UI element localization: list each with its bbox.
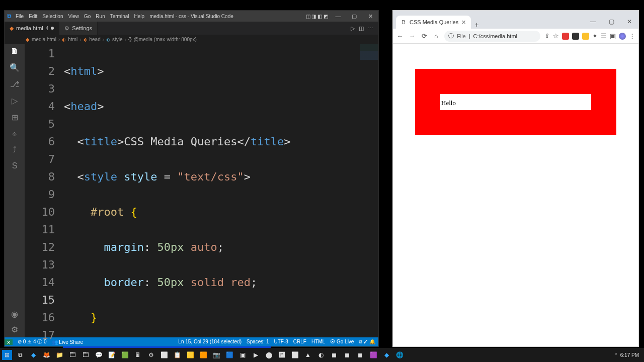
remote-indicator[interactable]: ⨯ xyxy=(5,339,13,345)
taskbar-app-icon[interactable]: ⚙ xyxy=(146,350,156,360)
info-icon[interactable]: ⓘ xyxy=(448,32,454,40)
tray-chevron-icon[interactable]: ˄ xyxy=(615,352,617,358)
split-editor-icon[interactable]: ◫ xyxy=(359,25,364,32)
extensions-icon[interactable]: ✦ xyxy=(592,32,598,40)
taskbar-app-icon[interactable]: 🟪 xyxy=(368,350,378,360)
url-scheme: File xyxy=(457,33,466,39)
menu-view[interactable]: View xyxy=(68,14,79,19)
run-debug-icon[interactable]: ▷ xyxy=(12,96,18,106)
menu-run[interactable]: Run xyxy=(96,14,105,19)
taskbar-app-icon[interactable]: 🟦 xyxy=(224,350,234,360)
breadcrumb-item[interactable]: head xyxy=(90,37,101,42)
breadcrumb-item[interactable]: @media (max-width: 800px) xyxy=(134,37,197,42)
browser-tab[interactable]: 🗋 CSS Media Queries ✕ xyxy=(396,16,471,29)
maximize-icon[interactable]: ▢ xyxy=(346,13,362,20)
globe-icon: 🗋 xyxy=(401,19,407,25)
minimap[interactable] xyxy=(360,44,378,337)
close-icon[interactable]: ✕ xyxy=(620,15,638,29)
taskbar-app-icon[interactable]: 📋 xyxy=(172,350,182,360)
menu-help[interactable]: Help xyxy=(134,14,145,19)
breadcrumb-item[interactable]: style xyxy=(112,37,123,42)
taskbar-app-icon[interactable]: ⬜ xyxy=(290,350,300,360)
start-button[interactable]: ⊞ xyxy=(2,350,12,360)
layout-icons[interactable]: ◫ ◨ ◧ ◩ xyxy=(306,14,328,19)
extension-icon[interactable] xyxy=(572,33,579,40)
star-icon[interactable]: ☆ xyxy=(553,32,559,40)
new-tab-button[interactable]: + xyxy=(471,21,482,29)
close-tab-icon[interactable]: ✕ xyxy=(461,19,466,26)
clock[interactable]: 6:17 PM xyxy=(620,352,639,358)
html-file-icon: ◆ xyxy=(10,25,14,32)
reading-list-icon[interactable]: ☰ xyxy=(601,32,607,40)
extension-icon[interactable] xyxy=(562,33,569,40)
minimize-icon[interactable]: — xyxy=(584,15,602,29)
taskbar-app-icon[interactable]: 📝 xyxy=(107,350,117,360)
taskbar-app-icon[interactable]: 🖩 xyxy=(133,350,143,360)
taskbar-app-icon[interactable]: 🅿 xyxy=(277,350,287,360)
activity-bar: 🗎 🔍 ⎇ ▷ ⊞ ⟐ ⤴ S ◉ ⚙ xyxy=(5,44,25,337)
taskbar-app-icon[interactable]: ◼ xyxy=(355,350,365,360)
taskbar-app-icon[interactable]: ⬤ xyxy=(264,350,274,360)
explorer-icon[interactable]: 🗎 xyxy=(11,47,19,56)
taskbar-app-icon[interactable]: ◼ xyxy=(342,350,352,360)
windows-taskbar: ⊞ ⧉ ◆ 🦊 📁 🗔 🗔 💬 📝 🟩 🖩 ⚙ ⬜ 📋 🟨 🟧 📷 🟦 ▣ ▶ … xyxy=(0,348,644,362)
taskbar-app-icon[interactable]: ◼ xyxy=(329,350,339,360)
taskbar-app-icon[interactable]: ▲ xyxy=(303,350,313,360)
menu-go[interactable]: Go xyxy=(84,14,91,19)
code-content[interactable]: <html> <head> <title>CSS Media Queries</… xyxy=(64,44,378,337)
source-control-icon[interactable]: ⎇ xyxy=(10,79,19,89)
extensions-icon[interactable]: ⊞ xyxy=(12,113,18,122)
taskbar-app-icon[interactable]: ◐ xyxy=(316,350,326,360)
minimize-icon[interactable]: — xyxy=(330,13,346,20)
taskbar-app-icon[interactable]: 💬 xyxy=(94,350,104,360)
share-icon[interactable]: ⤴ xyxy=(13,145,17,154)
s-icon[interactable]: S xyxy=(12,161,18,170)
taskbar-app-icon[interactable]: ◆ xyxy=(28,350,38,360)
task-view-icon[interactable]: ⧉ xyxy=(15,350,25,360)
forward-icon[interactable]: → xyxy=(408,32,416,40)
settings-gear-icon[interactable]: ⚙ xyxy=(11,325,18,334)
run-icon[interactable]: ▷ xyxy=(351,25,355,32)
menu-icon[interactable]: ⋮ xyxy=(629,32,635,40)
breadcrumb[interactable]: ◆ media.html ›⬖ html ›⬖ head ›⬖ style ›{… xyxy=(5,35,378,44)
avatar[interactable] xyxy=(619,33,626,40)
system-tray[interactable]: ˄ 6:17 PM xyxy=(615,352,642,358)
breadcrumb-item[interactable]: media.html xyxy=(32,37,56,42)
taskbar-app-icon[interactable]: 🗔 xyxy=(80,350,91,360)
accounts-icon[interactable]: ◉ xyxy=(11,309,18,319)
share-icon[interactable]: ⇪ xyxy=(544,32,550,40)
taskbar-app-icon[interactable]: 📷 xyxy=(211,350,221,360)
taskbar-app-icon[interactable]: ◆ xyxy=(381,350,391,360)
taskbar-app-icon[interactable]: 🟩 xyxy=(120,350,130,360)
address-bar[interactable]: ⓘ File | C:/css/media.html xyxy=(444,31,540,42)
reload-icon[interactable]: ⟳ xyxy=(420,32,428,40)
more-icon[interactable]: ⋯ xyxy=(368,25,373,32)
tab-settings[interactable]: ⚙ Settings xyxy=(59,22,98,35)
taskbar-app-icon[interactable]: 🗔 xyxy=(67,350,77,360)
back-icon[interactable]: ← xyxy=(396,32,404,40)
taskbar-app-icon[interactable]: 📁 xyxy=(54,350,64,360)
code-editor[interactable]: 123 456 789 101112 131415 1617 <html> <h… xyxy=(25,44,378,337)
tab-media-html[interactable]: ◆ media.html 4 xyxy=(5,22,59,35)
window-icon[interactable]: ▣ xyxy=(610,32,616,40)
extension-icon[interactable] xyxy=(582,33,589,40)
vscode-window: ⧉ File Edit Selection View Go Run Termin… xyxy=(4,10,379,347)
taskbar-app-icon[interactable]: 🟧 xyxy=(198,350,208,360)
taskbar-app-icon[interactable]: 🟨 xyxy=(185,350,195,360)
menu-selection[interactable]: Selection xyxy=(42,14,63,19)
menu-edit[interactable]: Edit xyxy=(29,14,37,19)
taskbar-app-icon[interactable]: ▶ xyxy=(251,350,261,360)
close-icon[interactable]: ✕ xyxy=(362,13,378,20)
maximize-icon[interactable]: ▢ xyxy=(602,15,620,29)
search-icon[interactable]: 🔍 xyxy=(10,63,20,72)
taskbar-app-icon[interactable]: 🌐 xyxy=(394,350,405,360)
taskbar-app-icon[interactable]: 🦊 xyxy=(41,350,51,360)
tab-modified-label: 4 xyxy=(46,26,49,31)
bookmark-icon[interactable]: ⟐ xyxy=(12,129,17,138)
home-icon[interactable]: ⌂ xyxy=(432,32,440,40)
breadcrumb-item[interactable]: html xyxy=(68,37,77,42)
taskbar-app-icon[interactable]: ⬜ xyxy=(159,350,169,360)
menu-file[interactable]: File xyxy=(16,14,24,19)
taskbar-app-icon[interactable]: ▣ xyxy=(237,350,248,360)
menu-terminal[interactable]: Terminal xyxy=(110,14,129,19)
